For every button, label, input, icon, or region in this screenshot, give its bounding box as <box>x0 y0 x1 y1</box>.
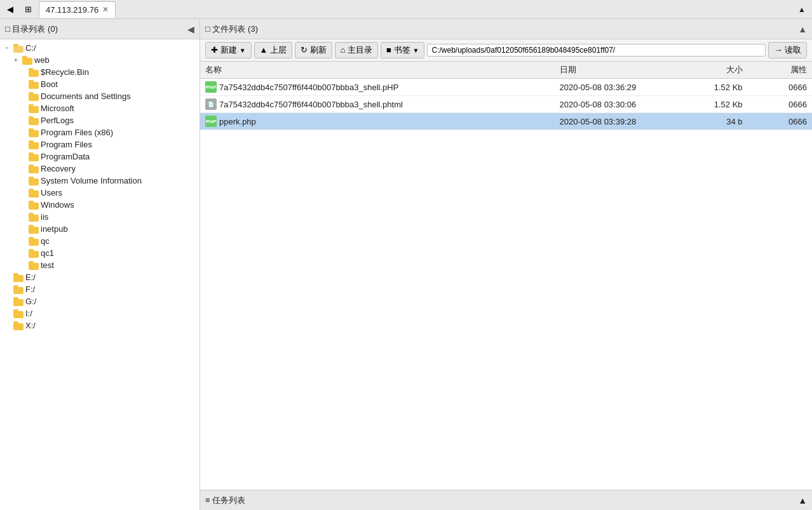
table-row[interactable]: PHP7a75432ddb4c7507ff6f440b007bbba3_shel… <box>200 79 812 96</box>
tree-item-progdata[interactable]: ProgramData <box>0 151 200 163</box>
left-panel: □ 目录列表 (0) ◀ −C:/+web$Recycle.BinBootDoc… <box>0 19 200 510</box>
col-header-name: 名称 <box>200 62 555 79</box>
tree-label-inetpub: inetpub <box>41 224 68 234</box>
table-row[interactable]: 📄7a75432ddb4c7507ff6f440b007bbba3_shell.… <box>200 96 812 113</box>
tree-item-x_drive[interactable]: X:/ <box>0 319 200 332</box>
right-panel-expand-button[interactable]: ▲ <box>798 24 807 34</box>
tree-label-sysvolinfo: System Volume Information <box>41 176 142 185</box>
tree-toggle-progfiles[interactable] <box>18 140 27 149</box>
nav-back-button[interactable]: ◀ <box>3 3 18 16</box>
tree-item-microsoft[interactable]: Microsoft <box>0 102 200 114</box>
tree-toggle-progfilesx86[interactable] <box>18 128 27 137</box>
tree-item-docs[interactable]: Documents and Settings <box>0 90 200 102</box>
tree-item-test[interactable]: test <box>0 259 200 271</box>
folder-icon-e_drive <box>13 273 24 282</box>
tree-toggle-users[interactable] <box>18 189 27 198</box>
tree-toggle-c_drive[interactable]: − <box>3 44 11 53</box>
table-row[interactable]: PHPpperk.php2020-05-08 03:39:2834 b0666 <box>200 113 812 130</box>
folder-icon-web <box>22 56 32 65</box>
active-tab[interactable]: 47.113.219.76 ✕ <box>39 1 116 18</box>
col-header-size: 大小 <box>683 62 747 79</box>
tree-item-sysvolinfo[interactable]: System Volume Information <box>0 175 200 187</box>
read-button[interactable]: → 读取 <box>768 42 807 58</box>
new-button[interactable]: ✚ 新建 ▼ <box>205 42 252 58</box>
tree-toggle-web[interactable]: + <box>11 56 20 65</box>
tree-toggle-recovery[interactable] <box>18 164 27 173</box>
file-table-container: 名称 日期 大小 属性 PHP7a75432ddb4c7507ff6f440b0… <box>200 62 812 490</box>
nav-grid-button[interactable]: ⊞ <box>20 3 36 16</box>
tree-toggle-recycle[interactable] <box>18 68 27 77</box>
new-button-label: ✚ 新建 <box>211 44 237 56</box>
tree-item-c_drive[interactable]: −C:/ <box>0 42 200 54</box>
tab-close-button[interactable]: ✕ <box>102 5 109 14</box>
tree-label-iis: iis <box>41 212 48 222</box>
tree-item-e_drive[interactable]: E:/ <box>0 271 200 283</box>
folder-icon-inetpub <box>29 225 39 234</box>
tree-toggle-inetpub[interactable] <box>18 225 27 234</box>
tree-item-recycle[interactable]: $Recycle.Bin <box>0 66 200 78</box>
tree-item-inetpub[interactable]: inetpub <box>0 223 200 235</box>
tree-toggle-qc1[interactable] <box>18 249 27 258</box>
tree-item-qc1[interactable]: qc1 <box>0 247 200 259</box>
left-panel-collapse-button[interactable]: ◀ <box>187 24 194 34</box>
folder-icon-perflogs <box>29 116 39 125</box>
bookmark-button-arrow: ▼ <box>413 47 419 54</box>
tree-toggle-e_drive[interactable] <box>3 273 11 282</box>
tree-label-docs: Documents and Settings <box>41 91 131 101</box>
folder-icon-test <box>29 261 39 270</box>
tree-item-i_drive[interactable]: I:/ <box>0 307 200 319</box>
tree-toggle-iis[interactable] <box>18 213 27 222</box>
tree-toggle-boot[interactable] <box>18 80 27 89</box>
tree-item-boot[interactable]: Boot <box>0 78 200 90</box>
tree-item-perflogs[interactable]: PerfLogs <box>0 114 200 126</box>
folder-icon-qc <box>29 237 39 246</box>
tree-item-progfilesx86[interactable]: Program Files (x86) <box>0 126 200 138</box>
bottom-bar: ≡ 任务列表 ▲ <box>200 490 812 510</box>
folder-icon-recovery <box>29 164 39 173</box>
php-file-icon: PHP <box>205 81 217 93</box>
tree-item-users[interactable]: Users <box>0 187 200 199</box>
home-button-label: ⌂ 主目录 <box>341 44 372 56</box>
home-button[interactable]: ⌂ 主目录 <box>335 42 378 58</box>
folder-icon-f_drive <box>13 285 24 294</box>
tree-item-windows[interactable]: Windows <box>0 199 200 211</box>
tree-label-qc: qc <box>41 236 50 246</box>
tree-toggle-docs[interactable] <box>18 92 27 101</box>
refresh-button[interactable]: ↻ 刷新 <box>295 42 332 58</box>
file-size: 34 b <box>683 113 747 130</box>
tree-item-progfiles[interactable]: Program Files <box>0 138 200 151</box>
tree-toggle-progdata[interactable] <box>18 152 27 161</box>
tree-toggle-f_drive[interactable] <box>3 285 11 294</box>
tree-toggle-windows[interactable] <box>18 201 27 210</box>
file-name-text: pperk.php <box>219 117 256 126</box>
tree-label-progdata: ProgramData <box>41 152 90 161</box>
file-name-cell: PHP7a75432ddb4c7507ff6f440b007bbba3_shel… <box>200 79 555 96</box>
right-panel-header: □ 文件列表 (3) ▲ <box>200 19 812 39</box>
tree-label-progfiles: Program Files <box>41 140 92 149</box>
topbar-expand-button[interactable]: ▲ <box>794 4 809 15</box>
file-name-text: 7a75432ddb4c7507ff6f440b007bbba3_shell.p… <box>219 83 398 92</box>
bookmark-button[interactable]: ■ 书签 ▼ <box>381 42 424 58</box>
tree-item-qc[interactable]: qc <box>0 235 200 247</box>
tree-item-web[interactable]: +web <box>0 54 200 66</box>
tree-toggle-g_drive[interactable] <box>3 297 11 306</box>
tree-item-g_drive[interactable]: G:/ <box>0 295 200 307</box>
tree-toggle-sysvolinfo[interactable] <box>18 177 27 185</box>
tree-toggle-qc[interactable] <box>18 237 27 246</box>
bottom-bar-collapse-button[interactable]: ▲ <box>798 495 807 506</box>
tree-toggle-test[interactable] <box>18 261 27 270</box>
path-input[interactable] <box>427 44 766 57</box>
col-header-attr: 属性 <box>748 62 812 79</box>
tree-item-iis[interactable]: iis <box>0 211 200 223</box>
tree-item-recovery[interactable]: Recovery <box>0 163 200 175</box>
folder-icon-progfilesx86 <box>29 128 39 137</box>
up-button[interactable]: ▲ 上层 <box>254 42 292 58</box>
tree-toggle-perflogs[interactable] <box>18 116 27 125</box>
tree-toggle-microsoft[interactable] <box>18 104 27 113</box>
tree-label-c_drive: C:/ <box>25 43 36 53</box>
tree-item-f_drive[interactable]: F:/ <box>0 283 200 295</box>
tree-toggle-i_drive[interactable] <box>3 309 11 318</box>
tree-toggle-x_drive[interactable] <box>3 321 11 330</box>
table-header-row: 名称 日期 大小 属性 <box>200 62 812 79</box>
folder-icon-progfiles <box>29 140 39 149</box>
